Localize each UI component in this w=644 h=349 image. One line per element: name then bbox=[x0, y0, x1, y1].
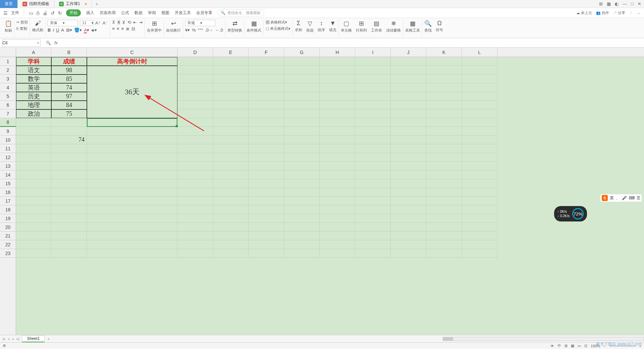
cell-B11[interactable] bbox=[51, 144, 87, 153]
cell-J1[interactable] bbox=[391, 57, 426, 66]
cell-D8[interactable] bbox=[177, 118, 213, 127]
row-header-4[interactable]: 4 bbox=[0, 83, 16, 92]
row-header-20[interactable]: 20 bbox=[0, 223, 16, 232]
undo-icon[interactable]: ↺ bbox=[51, 10, 55, 16]
cell-K15[interactable] bbox=[426, 179, 462, 188]
cell-J5[interactable] bbox=[391, 92, 426, 101]
cell-C20[interactable] bbox=[87, 223, 177, 232]
cell-G15[interactable] bbox=[284, 179, 320, 188]
collapse-ribbon-icon[interactable]: ︿ bbox=[637, 10, 641, 15]
cell-C18[interactable] bbox=[87, 205, 177, 214]
cell-B6[interactable]: 84 bbox=[51, 101, 87, 109]
cell-D12[interactable] bbox=[177, 153, 213, 162]
cell-E13[interactable] bbox=[213, 162, 249, 170]
cell-I10[interactable] bbox=[355, 136, 391, 144]
cell-B7[interactable]: 75 bbox=[51, 109, 87, 118]
inc-decimal-icon[interactable]: .0→ bbox=[205, 28, 213, 33]
decrease-font-icon[interactable]: A⁻ bbox=[103, 20, 108, 26]
cell-J12[interactable] bbox=[391, 153, 426, 162]
cell-J16[interactable] bbox=[391, 188, 426, 197]
row-header-11[interactable]: 11 bbox=[0, 144, 16, 153]
cloud-status[interactable]: ☁ 未上云 bbox=[576, 10, 592, 15]
worksheet-button[interactable]: ▤工作表 bbox=[371, 20, 382, 33]
cell-E12[interactable] bbox=[213, 153, 249, 162]
italic-button[interactable]: I bbox=[53, 28, 54, 33]
cell-B12[interactable] bbox=[51, 153, 87, 162]
cell-D20[interactable] bbox=[177, 223, 213, 232]
cell-J23[interactable] bbox=[391, 249, 426, 258]
cell-J7[interactable] bbox=[391, 109, 426, 118]
cell-I5[interactable] bbox=[355, 92, 391, 101]
cell-B10[interactable]: 74 bbox=[51, 136, 87, 144]
cell-E23[interactable] bbox=[213, 249, 249, 258]
cell-K23[interactable] bbox=[426, 249, 462, 258]
cell-A21[interactable] bbox=[16, 232, 51, 240]
cell-I8[interactable] bbox=[355, 118, 391, 127]
cell-F13[interactable] bbox=[249, 162, 284, 170]
cell-E20[interactable] bbox=[213, 223, 249, 232]
cell-A13[interactable] bbox=[16, 162, 51, 170]
cell-D23[interactable] bbox=[177, 249, 213, 258]
row-header-23[interactable]: 23 bbox=[0, 249, 16, 258]
cell-G12[interactable] bbox=[284, 153, 320, 162]
cell-E3[interactable] bbox=[213, 74, 249, 83]
command-search[interactable]: 🔍 查找命令、搜索模板 bbox=[217, 9, 264, 16]
cell-E4[interactable] bbox=[213, 83, 249, 92]
tab-pagelayout[interactable]: 页面布局 bbox=[100, 10, 116, 16]
cell-L20[interactable] bbox=[462, 223, 497, 232]
spreadsheet-grid[interactable]: ABCDEFGHIJKL 123456789101112131415161718… bbox=[0, 48, 644, 335]
cell-C13[interactable] bbox=[87, 162, 177, 170]
align-center-icon[interactable]: ≡ bbox=[117, 26, 119, 31]
cell-L14[interactable] bbox=[462, 170, 497, 179]
cell-style-button[interactable]: ▢ 单元格样式▾ bbox=[266, 26, 290, 31]
align-middle-icon[interactable]: ≡ bbox=[117, 20, 120, 25]
cell-A14[interactable] bbox=[16, 170, 51, 179]
cell-H11[interactable] bbox=[320, 144, 355, 153]
cell-E11[interactable] bbox=[213, 144, 249, 153]
cell-C10[interactable] bbox=[87, 136, 177, 144]
view-read-icon[interactable]: ⊡ bbox=[584, 344, 587, 348]
cell-B1[interactable]: 成绩 bbox=[51, 57, 87, 66]
cell-H13[interactable] bbox=[320, 162, 355, 170]
cell-G13[interactable] bbox=[284, 162, 320, 170]
cell-I16[interactable] bbox=[355, 188, 391, 197]
cell-L23[interactable] bbox=[462, 249, 497, 258]
merged-cell-c2c7[interactable]: 36天 bbox=[87, 66, 177, 118]
ime-lang[interactable]: 英 bbox=[610, 195, 614, 201]
row-header-3[interactable]: 3 bbox=[0, 74, 16, 83]
col-header-K[interactable]: K bbox=[426, 48, 462, 57]
cell-F1[interactable] bbox=[249, 57, 284, 66]
cell-B23[interactable] bbox=[51, 249, 87, 258]
merge-center-button[interactable]: ⊞合并居中 bbox=[147, 20, 162, 33]
cell-F8[interactable] bbox=[249, 118, 284, 127]
cell-B14[interactable] bbox=[51, 170, 87, 179]
cell-G20[interactable] bbox=[284, 223, 320, 232]
cell-D17[interactable] bbox=[177, 197, 213, 205]
cell-A12[interactable] bbox=[16, 153, 51, 162]
cell-F5[interactable] bbox=[249, 92, 284, 101]
cell-K7[interactable] bbox=[426, 109, 462, 118]
row-header-6[interactable]: 6 bbox=[0, 101, 16, 109]
cell-D1[interactable] bbox=[177, 57, 213, 66]
paste-button[interactable]: 📋粘贴 bbox=[5, 20, 12, 33]
cell-L1[interactable] bbox=[462, 57, 497, 66]
rowcol-button[interactable]: ⊞行和列 bbox=[356, 20, 367, 33]
cell-E1[interactable] bbox=[213, 57, 249, 66]
cell-H23[interactable] bbox=[320, 249, 355, 258]
cell-G17[interactable] bbox=[284, 197, 320, 205]
cell-C19[interactable] bbox=[87, 214, 177, 223]
symbol-button[interactable]: Ω符号 bbox=[436, 20, 443, 33]
cell-L18[interactable] bbox=[462, 205, 497, 214]
settings-icon[interactable]: ⚙ bbox=[3, 344, 6, 348]
formula-input[interactable] bbox=[61, 40, 641, 45]
cell-H1[interactable] bbox=[320, 57, 355, 66]
cell-F20[interactable] bbox=[249, 223, 284, 232]
cell-K13[interactable] bbox=[426, 162, 462, 170]
cell-I23[interactable] bbox=[355, 249, 391, 258]
cell-J13[interactable] bbox=[391, 162, 426, 170]
distribute-icon[interactable]: ⊟ bbox=[131, 26, 135, 31]
print-icon[interactable]: 🖨 bbox=[43, 10, 47, 16]
row-header-14[interactable]: 14 bbox=[0, 170, 16, 179]
cell-I20[interactable] bbox=[355, 223, 391, 232]
phonetic-button[interactable]: ◈▾ bbox=[91, 28, 97, 33]
